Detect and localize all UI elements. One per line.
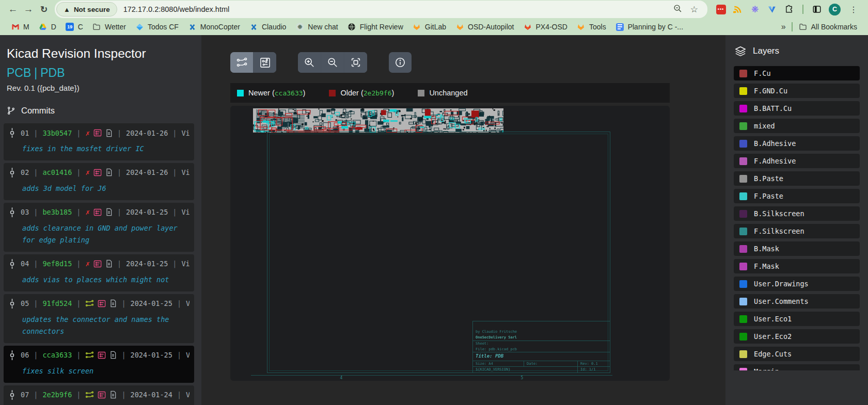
gmail-icon <box>11 23 20 31</box>
doc-diff-icon[interactable] <box>105 208 113 216</box>
bookmark-item[interactable]: MonoCopter <box>183 21 245 33</box>
bookmark-item[interactable]: Claudio <box>245 21 291 33</box>
schematic-mode-button[interactable] <box>230 52 253 73</box>
layer-item-b-paste[interactable]: B.Paste <box>734 171 860 186</box>
bookmark-item[interactable]: Tools <box>572 21 611 33</box>
doc-diff-icon[interactable] <box>109 391 117 399</box>
bookmark-item[interactable]: Wetter <box>88 21 131 33</box>
commit-hash[interactable]: ac01416 <box>42 168 72 176</box>
pcb-diff-icon[interactable] <box>98 351 106 359</box>
bookmark-item[interactable]: Flight Review <box>343 21 408 33</box>
pcb-diff-icon[interactable] <box>93 129 102 137</box>
commit-hash[interactable]: 9ef8d15 <box>42 260 72 268</box>
commit-row-91fd524[interactable]: 05|91fd524||2024-01-25|Vidit Katupdates … <box>4 294 194 343</box>
bookmark-star-icon[interactable]: ☆ <box>690 4 698 15</box>
pcb-diff-icon[interactable] <box>93 260 102 268</box>
extensions-puzzle-icon[interactable] <box>784 4 794 14</box>
doc-diff-icon[interactable] <box>105 129 113 137</box>
folder-icon <box>799 23 808 31</box>
bookmark-item[interactable]: OSD-Autopilot <box>451 21 518 33</box>
no-diff-icon: ✗ <box>85 208 89 216</box>
snowflake-extension-icon[interactable]: ❋︎ <box>750 4 760 14</box>
side-panel-icon[interactable] <box>812 4 822 14</box>
layer-item-mixed[interactable]: mixed <box>734 119 860 133</box>
bookmark-item[interactable]: GitLab <box>408 21 451 33</box>
viewer-toolbar <box>230 52 725 73</box>
commit-row-33b0547[interactable]: 01|33b0547|✗|2024-01-26|Vidit Katfixes i… <box>4 123 194 160</box>
profile-avatar[interactable]: C <box>829 4 841 15</box>
rss-icon[interactable] <box>733 4 743 14</box>
extension-red-icon[interactable]: ••• <box>716 4 726 14</box>
url-text[interactable]: 172.17.0.2:8080/web/index.html <box>123 5 673 13</box>
layer-item-b-adhesive[interactable]: B.Adhesive <box>734 136 860 151</box>
commit-hash[interactable]: cca3633 <box>42 351 72 359</box>
doc-diff-icon[interactable] <box>109 299 117 307</box>
forward-icon[interactable]: → <box>21 2 36 17</box>
all-bookmarks-button[interactable]: All Bookmarks <box>794 21 862 33</box>
zoom-in-button[interactable] <box>298 52 321 73</box>
not-secure-badge[interactable]: ▲︎ Not secure <box>56 2 117 17</box>
pcb-diff-icon[interactable] <box>98 300 106 307</box>
bookmark-item[interactable]: D <box>34 21 61 33</box>
layer-item-user-comments[interactable]: User.Comments <box>734 294 860 309</box>
commit-row-2e2b9f6[interactable]: 07|2e2b9f6||2024-01-24|Vidit Katfinishes… <box>4 385 194 405</box>
layer-item-b-mask[interactable]: B.Mask <box>734 241 860 256</box>
layer-item-b-silkscreen[interactable]: B.Silkscreen <box>734 206 860 221</box>
bookmark-item[interactable]: Planning by C -... <box>611 21 688 33</box>
pcb-diff-icon[interactable] <box>93 208 102 216</box>
doc-diff-icon[interactable] <box>109 351 117 359</box>
layer-item-edge-cuts[interactable]: Edge.Cuts <box>734 347 860 361</box>
commit-row-9ef8d15[interactable]: 04|9ef8d15|✗|2024-01-25|Vidit Katadds vi… <box>4 254 194 291</box>
bookmarks-overflow-icon[interactable]: » <box>777 22 790 31</box>
layer-item-b-batt-cu[interactable]: B.BATT.Cu <box>734 101 860 116</box>
zoom-fit-button[interactable] <box>344 52 367 73</box>
pcb-link[interactable]: PCB <box>7 66 31 79</box>
bookmark-item[interactable]: M <box>6 21 34 33</box>
doc-diff-icon[interactable] <box>105 168 113 176</box>
address-bar[interactable]: ▲︎ Not secure 172.17.0.2:8080/web/index.… <box>55 1 707 18</box>
doc-diff-icon[interactable] <box>105 260 113 268</box>
layer-item-f-silkscreen[interactable]: F.Silkscreen <box>734 224 860 238</box>
layer-item-f-cu[interactable]: F.Cu <box>734 66 860 80</box>
bookmark-label: Todos CF <box>148 23 179 31</box>
legend-item-newer: Newer (cca3633) <box>237 89 305 97</box>
pcb-board-render <box>253 108 503 133</box>
layer-item-user-eco1[interactable]: User.Eco1 <box>734 312 860 326</box>
bookmark-item[interactable]: 19C <box>61 21 88 33</box>
bookmark-item[interactable]: PX4-OSD <box>518 21 572 33</box>
commit-row-ac01416[interactable]: 02|ac01416|✗|2024-01-26|Vidit Katadds 3d… <box>4 163 194 200</box>
pcb-diff-icon[interactable] <box>98 391 106 399</box>
pcb-mode-button[interactable] <box>254 52 276 73</box>
layer-item-margin[interactable]: Margin <box>734 364 860 370</box>
ruler-number: 5 <box>521 376 524 380</box>
reload-icon[interactable]: ↻ <box>36 2 52 17</box>
commit-row-cca3633[interactable]: 06|cca3633||2024-01-25|Vidit Katfixes si… <box>4 346 194 383</box>
titleblock-company: OneSecDelivery Sarl <box>473 335 610 341</box>
commit-hash[interactable]: 2e2b9f6 <box>42 391 72 399</box>
layer-item-f-mask[interactable]: F.Mask <box>734 259 860 273</box>
browser-menu-icon[interactable]: ⋮ <box>847 5 860 14</box>
zoom-out-button[interactable] <box>321 52 344 73</box>
pcb-canvas[interactable]: by Claudio Fritsche OneSecDelivery Sarl … <box>230 106 670 381</box>
commit-hash[interactable]: 33b0547 <box>42 129 72 137</box>
bookmark-item[interactable]: Todos CF <box>131 21 183 33</box>
layer-item-f-adhesive[interactable]: F.Adhesive <box>734 154 860 168</box>
info-button[interactable] <box>389 52 412 73</box>
layer-item-user-eco2[interactable]: User.Eco2 <box>734 329 860 344</box>
layer-item-user-drawings[interactable]: User.Drawings <box>734 277 860 291</box>
vimium-icon[interactable] <box>767 4 777 14</box>
pdb-link[interactable]: PDB <box>40 66 65 79</box>
commit-row-be3b185[interactable]: 03|be3b185|✗|2024-01-25|Vidit Katadds cl… <box>4 203 194 252</box>
layer-list: F.CuF.GND.CuB.BATT.CumixedB.AdhesiveF.Ad… <box>734 66 860 370</box>
commit-number: 04 <box>21 260 29 268</box>
back-icon[interactable]: ← <box>5 2 21 17</box>
layer-color-swatch <box>739 157 747 165</box>
layer-color-swatch <box>739 315 747 323</box>
commit-hash[interactable]: be3b185 <box>42 208 72 216</box>
zoom-page-icon[interactable] <box>673 4 682 15</box>
layer-item-f-gnd-cu[interactable]: F.GND.Cu <box>734 84 860 98</box>
commit-hash[interactable]: 91fd524 <box>42 299 72 307</box>
pcb-diff-icon[interactable] <box>93 169 102 176</box>
layer-item-f-paste[interactable]: F.Paste <box>734 189 860 203</box>
bookmark-item[interactable]: ❉︎New chat <box>291 21 342 33</box>
